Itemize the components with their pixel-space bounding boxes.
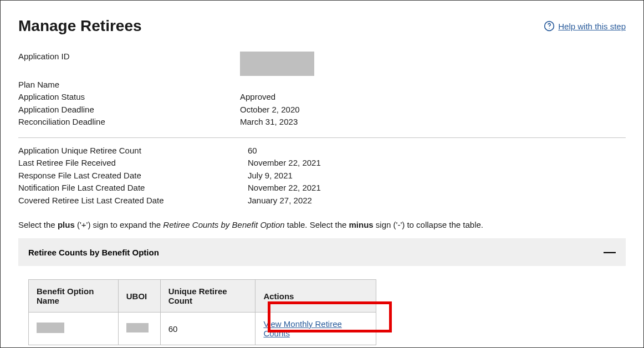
app-status-value: Approved <box>240 91 626 104</box>
page-title: Manage Retirees <box>18 17 142 35</box>
cell-count: 60 <box>160 313 255 345</box>
plan-name-value <box>240 79 626 91</box>
th-uboi: UBOI <box>118 280 160 313</box>
accordion-title: Retiree Counts by Benefit Option <box>28 248 159 257</box>
cell-benefit <box>29 313 119 345</box>
view-monthly-counts-link[interactable]: View Monthly Retiree Counts <box>263 319 341 338</box>
cell-uboi <box>118 313 160 345</box>
app-id-redacted <box>240 52 314 76</box>
benefit-redacted <box>37 323 64 333</box>
help-icon <box>544 21 555 32</box>
divider <box>18 137 626 138</box>
last-file-label: Last Retiree File Received <box>18 157 248 170</box>
table-wrap: Benefit Option Name UBOI Unique Retiree … <box>18 266 626 348</box>
help-link-label: Help with this step <box>558 22 626 31</box>
plan-name-label: Plan Name <box>18 79 240 91</box>
app-status-label: Application Status <box>18 91 240 104</box>
th-benefit: Benefit Option Name <box>29 280 119 313</box>
th-actions: Actions <box>255 280 376 313</box>
minus-icon: — <box>604 246 616 258</box>
accordion-header[interactable]: Retiree Counts by Benefit Option — <box>18 238 626 266</box>
instructions-text: Select the plus ('+') sign to expand the… <box>18 220 626 229</box>
unique-count-label: Application Unique Retiree Count <box>18 145 248 157</box>
app-deadline-label: Application Deadline <box>18 104 240 116</box>
summary-block-a: Application ID Plan Name Application Sta… <box>18 50 626 129</box>
app-deadline-value: October 2, 2020 <box>240 104 626 116</box>
summary-block-b: Application Unique Retiree Count 60 Last… <box>18 145 626 207</box>
uboi-redacted <box>126 323 149 332</box>
retiree-counts-table: Benefit Option Name UBOI Unique Retiree … <box>28 279 376 345</box>
notification-file-label: Notification File Last Created Date <box>18 182 248 195</box>
help-link[interactable]: Help with this step <box>544 21 626 32</box>
svg-point-1 <box>549 28 550 29</box>
covered-list-label: Covered Retiree List Last Created Date <box>18 195 248 207</box>
recon-deadline-value: March 31, 2023 <box>240 116 626 129</box>
response-file-value: July 9, 2021 <box>248 170 626 182</box>
cell-actions: View Monthly Retiree Counts <box>255 313 376 345</box>
unique-count-value: 60 <box>248 145 626 157</box>
response-file-label: Response File Last Created Date <box>18 170 248 182</box>
covered-list-value: January 27, 2022 <box>248 195 626 207</box>
th-count: Unique Retiree Count <box>160 280 255 313</box>
notification-file-value: November 22, 2021 <box>248 182 626 195</box>
last-file-value: November 22, 2021 <box>248 157 626 170</box>
recon-deadline-label: Reconciliation Deadline <box>18 116 240 129</box>
table-row: 60 View Monthly Retiree Counts <box>29 313 376 345</box>
app-id-label: Application ID <box>18 50 240 79</box>
